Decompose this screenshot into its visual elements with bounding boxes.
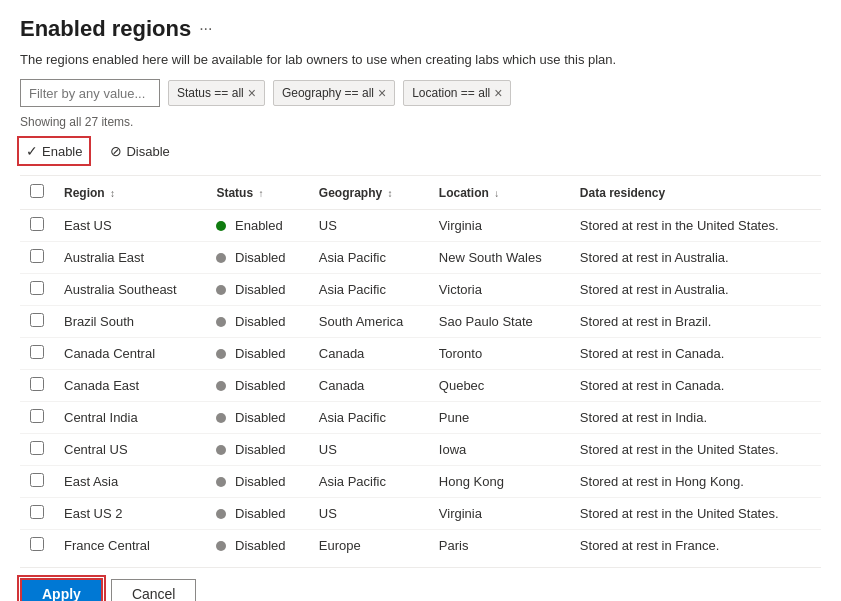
showing-text: Showing all 27 items. [20,115,821,129]
row-data-residency-4: Stored at rest in Canada. [570,338,821,370]
disable-label: Disable [126,144,169,159]
row-checkbox-cell-4[interactable] [20,338,54,370]
status-text-2: Disabled [235,283,286,298]
select-all-cell[interactable] [20,176,54,210]
table-row: Canada East Disabled Canada Quebec Store… [20,370,821,402]
row-checkbox-cell-10[interactable] [20,530,54,556]
status-text-10: Disabled [235,539,286,554]
row-checkbox-cell-1[interactable] [20,242,54,274]
geography-filter-close[interactable]: × [378,86,386,100]
table-body: East US Enabled US Virginia Stored at re… [20,210,821,556]
row-checkbox-4[interactable] [30,345,44,359]
location-filter-label: Location == all [412,86,490,100]
status-filter-close[interactable]: × [248,86,256,100]
row-data-residency-7: Stored at rest in the United States. [570,434,821,466]
regions-table: Region ↕ Status ↑ Geography ↕ Location ↓… [20,176,821,555]
status-dot-3 [216,317,226,327]
row-region-3: Brazil South [54,306,206,338]
enable-label: Enable [42,144,82,159]
filter-input[interactable] [20,79,160,107]
row-location-2: Victoria [429,274,570,306]
table-row: Central US Disabled US Iowa Stored at re… [20,434,821,466]
row-checkbox-cell-7[interactable] [20,434,54,466]
disable-button[interactable]: ⊘ Disable [104,139,175,163]
footer: Apply Cancel [20,567,821,601]
page-title: Enabled regions [20,16,191,42]
col-region[interactable]: Region ↕ [54,176,206,210]
col-geography[interactable]: Geography ↕ [309,176,429,210]
row-region-9: East US 2 [54,498,206,530]
row-region-4: Canada Central [54,338,206,370]
row-checkbox-cell-0[interactable] [20,210,54,242]
col-location[interactable]: Location ↓ [429,176,570,210]
row-checkbox-9[interactable] [30,505,44,519]
row-location-10: Paris [429,530,570,556]
row-geography-1: Asia Pacific [309,242,429,274]
row-geography-4: Canada [309,338,429,370]
row-status-3: Disabled [206,306,308,338]
enable-button[interactable]: ✓ Enable [20,139,88,163]
cancel-button[interactable]: Cancel [111,579,197,601]
filter-bar: Status == all × Geography == all × Locat… [20,79,821,107]
region-sort-icon: ↕ [110,188,115,199]
status-text-1: Disabled [235,251,286,266]
status-text-5: Disabled [235,379,286,394]
location-filter-tag: Location == all × [403,80,511,106]
row-checkbox-cell-9[interactable] [20,498,54,530]
table-row: Central India Disabled Asia Pacific Pune… [20,402,821,434]
status-sort-icon: ↑ [258,188,263,199]
row-checkbox-0[interactable] [30,217,44,231]
status-text-4: Disabled [235,347,286,362]
row-checkbox-cell-8[interactable] [20,466,54,498]
row-checkbox-3[interactable] [30,313,44,327]
status-text-6: Disabled [235,411,286,426]
row-checkbox-cell-2[interactable] [20,274,54,306]
row-location-7: Iowa [429,434,570,466]
status-text-7: Disabled [235,443,286,458]
row-location-4: Toronto [429,338,570,370]
geography-filter-label: Geography == all [282,86,374,100]
row-checkbox-cell-6[interactable] [20,402,54,434]
row-status-2: Disabled [206,274,308,306]
select-all-checkbox[interactable] [30,184,44,198]
row-data-residency-2: Stored at rest in Australia. [570,274,821,306]
apply-button[interactable]: Apply [20,578,103,601]
more-options-icon[interactable]: ··· [199,20,212,38]
row-geography-10: Europe [309,530,429,556]
geography-filter-tag: Geography == all × [273,80,395,106]
row-geography-5: Canada [309,370,429,402]
col-region-label: Region [64,186,105,200]
status-dot-9 [216,509,226,519]
checkmark-icon: ✓ [26,143,38,159]
row-region-0: East US [54,210,206,242]
row-data-residency-0: Stored at rest in the United States. [570,210,821,242]
status-text-9: Disabled [235,507,286,522]
table-row: Australia Southeast Disabled Asia Pacifi… [20,274,821,306]
row-data-residency-5: Stored at rest in Canada. [570,370,821,402]
row-status-1: Disabled [206,242,308,274]
row-checkbox-cell-5[interactable] [20,370,54,402]
row-geography-2: Asia Pacific [309,274,429,306]
status-text-8: Disabled [235,475,286,490]
page-description: The regions enabled here will be availab… [20,52,821,67]
row-region-7: Central US [54,434,206,466]
status-dot-4 [216,349,226,359]
row-status-5: Disabled [206,370,308,402]
row-checkbox-7[interactable] [30,441,44,455]
table-container: Region ↕ Status ↑ Geography ↕ Location ↓… [20,175,821,555]
row-checkbox-1[interactable] [30,249,44,263]
location-filter-close[interactable]: × [494,86,502,100]
row-region-2: Australia Southeast [54,274,206,306]
row-checkbox-6[interactable] [30,409,44,423]
row-status-7: Disabled [206,434,308,466]
row-checkbox-2[interactable] [30,281,44,295]
col-status[interactable]: Status ↑ [206,176,308,210]
location-sort-icon: ↓ [494,188,499,199]
row-checkbox-8[interactable] [30,473,44,487]
status-filter-tag: Status == all × [168,80,265,106]
row-region-8: East Asia [54,466,206,498]
row-checkbox-10[interactable] [30,537,44,551]
row-geography-8: Asia Pacific [309,466,429,498]
row-checkbox-5[interactable] [30,377,44,391]
row-checkbox-cell-3[interactable] [20,306,54,338]
